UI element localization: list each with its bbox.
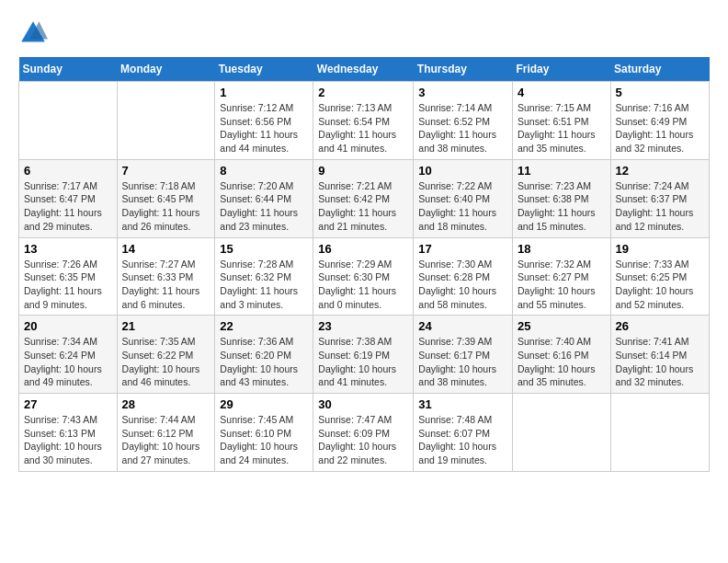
day-number: 30 bbox=[318, 397, 408, 411]
calendar-cell: 13Sunrise: 7:26 AM Sunset: 6:35 PM Dayli… bbox=[19, 237, 118, 316]
calendar-cell: 9Sunrise: 7:21 AM Sunset: 6:42 PM Daylig… bbox=[313, 159, 414, 237]
day-info: Sunrise: 7:22 AM Sunset: 6:40 PM Dayligh… bbox=[418, 179, 507, 234]
day-info: Sunrise: 7:18 AM Sunset: 6:45 PM Dayligh… bbox=[122, 179, 210, 234]
day-info: Sunrise: 7:45 AM Sunset: 6:10 PM Dayligh… bbox=[220, 413, 308, 467]
calendar-cell: 29Sunrise: 7:45 AM Sunset: 6:10 PM Dayli… bbox=[215, 394, 313, 472]
calendar-cell: 30Sunrise: 7:47 AM Sunset: 6:09 PM Dayli… bbox=[313, 394, 414, 472]
day-info: Sunrise: 7:17 AM Sunset: 6:47 PM Dayligh… bbox=[24, 179, 112, 234]
day-number: 25 bbox=[518, 319, 606, 333]
calendar-cell: 22Sunrise: 7:36 AM Sunset: 6:20 PM Dayli… bbox=[215, 316, 313, 394]
weekday-header: Sunday bbox=[19, 57, 118, 82]
day-info: Sunrise: 7:13 AM Sunset: 6:54 PM Dayligh… bbox=[318, 101, 408, 155]
day-info: Sunrise: 7:28 AM Sunset: 6:32 PM Dayligh… bbox=[220, 258, 308, 312]
day-number: 12 bbox=[616, 164, 704, 178]
calendar-cell: 10Sunrise: 7:22 AM Sunset: 6:40 PM Dayli… bbox=[414, 159, 513, 237]
day-number: 5 bbox=[616, 86, 704, 99]
calendar-cell: 12Sunrise: 7:24 AM Sunset: 6:37 PM Dayli… bbox=[610, 159, 709, 237]
calendar-week-row: 6Sunrise: 7:17 AM Sunset: 6:47 PM Daylig… bbox=[19, 159, 710, 237]
day-number: 9 bbox=[318, 164, 408, 178]
logo-icon bbox=[18, 18, 48, 48]
calendar-table: SundayMondayTuesdayWednesdayThursdayFrid… bbox=[18, 57, 710, 472]
weekday-header: Tuesday bbox=[215, 57, 313, 82]
weekday-header: Monday bbox=[117, 57, 215, 82]
calendar-cell: 5Sunrise: 7:16 AM Sunset: 6:49 PM Daylig… bbox=[610, 82, 709, 160]
calendar-week-row: 1Sunrise: 7:12 AM Sunset: 6:56 PM Daylig… bbox=[19, 82, 710, 160]
calendar-cell bbox=[19, 82, 118, 160]
day-info: Sunrise: 7:36 AM Sunset: 6:20 PM Dayligh… bbox=[220, 335, 308, 389]
weekday-header: Saturday bbox=[610, 57, 709, 82]
day-number: 11 bbox=[518, 164, 606, 178]
day-info: Sunrise: 7:41 AM Sunset: 6:14 PM Dayligh… bbox=[616, 335, 704, 389]
calendar-week-row: 13Sunrise: 7:26 AM Sunset: 6:35 PM Dayli… bbox=[19, 237, 710, 316]
weekday-header: Friday bbox=[512, 57, 610, 82]
day-info: Sunrise: 7:15 AM Sunset: 6:51 PM Dayligh… bbox=[518, 101, 606, 155]
day-info: Sunrise: 7:43 AM Sunset: 6:13 PM Dayligh… bbox=[24, 413, 112, 467]
day-info: Sunrise: 7:14 AM Sunset: 6:52 PM Dayligh… bbox=[418, 101, 507, 155]
day-info: Sunrise: 7:32 AM Sunset: 6:27 PM Dayligh… bbox=[518, 258, 606, 312]
calendar-cell: 3Sunrise: 7:14 AM Sunset: 6:52 PM Daylig… bbox=[414, 82, 513, 160]
calendar-cell: 1Sunrise: 7:12 AM Sunset: 6:56 PM Daylig… bbox=[215, 82, 313, 160]
day-number: 29 bbox=[220, 397, 308, 411]
day-number: 24 bbox=[418, 319, 507, 333]
day-info: Sunrise: 7:40 AM Sunset: 6:16 PM Dayligh… bbox=[518, 335, 606, 389]
day-number: 16 bbox=[318, 242, 408, 256]
calendar-cell: 28Sunrise: 7:44 AM Sunset: 6:12 PM Dayli… bbox=[117, 394, 215, 472]
calendar-cell bbox=[117, 82, 215, 160]
page-header bbox=[18, 18, 710, 48]
calendar-cell: 20Sunrise: 7:34 AM Sunset: 6:24 PM Dayli… bbox=[19, 316, 118, 394]
day-info: Sunrise: 7:12 AM Sunset: 6:56 PM Dayligh… bbox=[220, 101, 308, 155]
day-info: Sunrise: 7:38 AM Sunset: 6:19 PM Dayligh… bbox=[318, 335, 408, 389]
day-info: Sunrise: 7:34 AM Sunset: 6:24 PM Dayligh… bbox=[24, 335, 112, 389]
day-info: Sunrise: 7:27 AM Sunset: 6:33 PM Dayligh… bbox=[122, 258, 210, 312]
day-number: 14 bbox=[122, 242, 210, 256]
day-number: 21 bbox=[122, 319, 210, 333]
weekday-header: Wednesday bbox=[313, 57, 414, 82]
calendar-cell: 6Sunrise: 7:17 AM Sunset: 6:47 PM Daylig… bbox=[19, 159, 118, 237]
calendar-cell: 11Sunrise: 7:23 AM Sunset: 6:38 PM Dayli… bbox=[512, 159, 610, 237]
logo bbox=[18, 18, 51, 48]
day-number: 10 bbox=[418, 164, 507, 178]
day-number: 20 bbox=[24, 319, 112, 333]
day-info: Sunrise: 7:39 AM Sunset: 6:17 PM Dayligh… bbox=[418, 335, 507, 389]
calendar-cell bbox=[610, 394, 709, 472]
calendar-cell: 19Sunrise: 7:33 AM Sunset: 6:25 PM Dayli… bbox=[610, 237, 709, 316]
day-number: 28 bbox=[122, 397, 210, 411]
day-number: 27 bbox=[24, 397, 112, 411]
day-info: Sunrise: 7:24 AM Sunset: 6:37 PM Dayligh… bbox=[616, 179, 704, 234]
day-number: 1 bbox=[220, 86, 308, 99]
calendar-cell: 27Sunrise: 7:43 AM Sunset: 6:13 PM Dayli… bbox=[19, 394, 118, 472]
calendar-cell: 21Sunrise: 7:35 AM Sunset: 6:22 PM Dayli… bbox=[117, 316, 215, 394]
calendar-cell: 8Sunrise: 7:20 AM Sunset: 6:44 PM Daylig… bbox=[215, 159, 313, 237]
day-number: 26 bbox=[616, 319, 704, 333]
day-number: 2 bbox=[318, 86, 408, 99]
day-number: 22 bbox=[220, 319, 308, 333]
day-info: Sunrise: 7:20 AM Sunset: 6:44 PM Dayligh… bbox=[220, 179, 308, 234]
calendar-cell: 14Sunrise: 7:27 AM Sunset: 6:33 PM Dayli… bbox=[117, 237, 215, 316]
day-info: Sunrise: 7:30 AM Sunset: 6:28 PM Dayligh… bbox=[418, 258, 507, 312]
calendar-week-row: 27Sunrise: 7:43 AM Sunset: 6:13 PM Dayli… bbox=[19, 394, 710, 472]
day-number: 3 bbox=[418, 86, 507, 99]
calendar-cell: 23Sunrise: 7:38 AM Sunset: 6:19 PM Dayli… bbox=[313, 316, 414, 394]
calendar-cell: 2Sunrise: 7:13 AM Sunset: 6:54 PM Daylig… bbox=[313, 82, 414, 160]
day-info: Sunrise: 7:21 AM Sunset: 6:42 PM Dayligh… bbox=[318, 179, 408, 234]
calendar-cell: 18Sunrise: 7:32 AM Sunset: 6:27 PM Dayli… bbox=[512, 237, 610, 316]
day-info: Sunrise: 7:23 AM Sunset: 6:38 PM Dayligh… bbox=[518, 179, 606, 234]
calendar-cell: 25Sunrise: 7:40 AM Sunset: 6:16 PM Dayli… bbox=[512, 316, 610, 394]
day-number: 7 bbox=[122, 164, 210, 178]
day-number: 8 bbox=[220, 164, 308, 178]
calendar-cell: 24Sunrise: 7:39 AM Sunset: 6:17 PM Dayli… bbox=[414, 316, 513, 394]
day-info: Sunrise: 7:29 AM Sunset: 6:30 PM Dayligh… bbox=[318, 258, 408, 312]
day-info: Sunrise: 7:26 AM Sunset: 6:35 PM Dayligh… bbox=[24, 258, 112, 312]
day-number: 15 bbox=[220, 242, 308, 256]
calendar-cell bbox=[512, 394, 610, 472]
calendar-cell: 4Sunrise: 7:15 AM Sunset: 6:51 PM Daylig… bbox=[512, 82, 610, 160]
day-number: 18 bbox=[518, 242, 606, 256]
day-number: 19 bbox=[616, 242, 704, 256]
calendar-cell: 16Sunrise: 7:29 AM Sunset: 6:30 PM Dayli… bbox=[313, 237, 414, 316]
day-number: 6 bbox=[24, 164, 112, 178]
day-number: 23 bbox=[318, 319, 408, 333]
calendar-cell: 15Sunrise: 7:28 AM Sunset: 6:32 PM Dayli… bbox=[215, 237, 313, 316]
day-info: Sunrise: 7:48 AM Sunset: 6:07 PM Dayligh… bbox=[418, 413, 507, 467]
day-info: Sunrise: 7:44 AM Sunset: 6:12 PM Dayligh… bbox=[122, 413, 210, 467]
day-info: Sunrise: 7:47 AM Sunset: 6:09 PM Dayligh… bbox=[318, 413, 408, 467]
